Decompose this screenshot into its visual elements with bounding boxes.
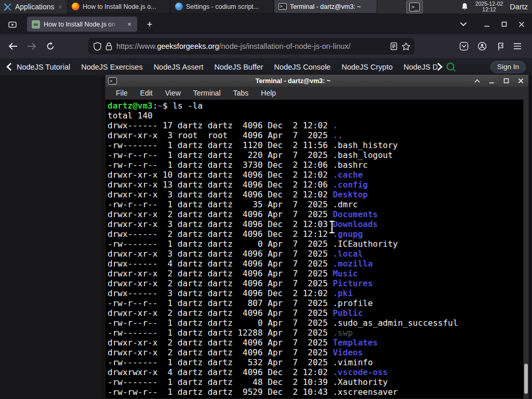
file-name: .. <box>332 130 342 140</box>
terminal-titlebar[interactable]: >_ Terminal - dartz@vm3: ~ <box>105 75 528 87</box>
listing-columns: drwxr-xr-x 2 dartz dartz 4096 Apr 7 2025 <box>108 269 332 278</box>
site-nav-item[interactable]: NodeJS DNS <box>404 63 437 71</box>
lock-icon[interactable] <box>105 42 112 50</box>
file-name: .sudo_as_admin_successful <box>332 318 458 328</box>
terminal-launcher-button[interactable]: >_ <box>406 1 423 14</box>
terminal-icon: >_ <box>278 3 287 10</box>
file-name: .profile <box>332 298 373 308</box>
bookmark-star-icon[interactable] <box>402 42 410 50</box>
applications-menu[interactable]: Applications ≡ <box>0 0 65 14</box>
clock-time: 12:12 <box>475 7 503 12</box>
pocket-icon[interactable] <box>459 42 469 51</box>
menu-hamburger-icon[interactable] <box>513 43 522 50</box>
site-nav-item[interactable]: NodeJS Tutorial <box>17 63 70 71</box>
close-icon[interactable] <box>517 77 524 85</box>
listing-row: drwxr-xr-x 2 dartz dartz 4096 Apr 7 2025… <box>108 269 528 278</box>
forward-icon[interactable] <box>24 38 39 54</box>
toolbar-right-icons <box>459 42 527 51</box>
desktop: Applications ≡ How to Install Node.js o.… <box>0 0 532 399</box>
listing-columns: -rw-rw-r-- 1 dartz dartz 9529 Dec 2 10:4… <box>108 387 332 397</box>
sign-in-button[interactable]: Sign In <box>490 61 526 73</box>
terminal-menu-edit[interactable]: Edit <box>135 88 158 98</box>
listing-row: drwxr-xr-x 2 dartz dartz 4096 Apr 7 2025… <box>108 209 528 219</box>
listing-columns: drwx------ 2 dartz dartz 4096 Dec 2 12:1… <box>108 229 332 239</box>
listing-row: -rw-r--r-- 1 dartz dartz 35 Apr 7 2025 .… <box>108 200 528 209</box>
prompt-user-host: dartz@vm3 <box>108 101 153 111</box>
listing-columns: drwxr-xr-x 3 dartz dartz 4096 Dec 2 12:0… <box>108 219 332 229</box>
clock[interactable]: 2025-12-02 12:12 <box>475 1 503 12</box>
panel-tray: 2025-12-02 12:12 Dartz <box>461 0 532 14</box>
tab-close-icon[interactable]: × <box>125 20 134 29</box>
site-nav-strip: NodeJS TutorialNodeJS ExercisesNodeJS As… <box>0 58 532 75</box>
terminal-menubar: FileEditViewTerminalTabsHelp <box>105 87 528 100</box>
listing-row: -rw------- 1 dartz dartz 0 Apr 7 2025 .I… <box>108 239 528 249</box>
extensions-icon[interactable] <box>496 42 504 51</box>
terminal-body[interactable]: dartz@vm3:~$ ls -la total 140 drwx------… <box>105 100 528 398</box>
listing-columns: -rw------- 1 dartz dartz 532 Apr 7 2025 <box>108 357 332 367</box>
listing-row: drwxr-xr-x 2 dartz dartz 4096 Apr 7 2025… <box>108 338 528 348</box>
shade-icon[interactable] <box>473 77 481 85</box>
reader-mode-icon[interactable] <box>390 42 397 50</box>
listing-row: -rw------- 1 dartz dartz 48 Dec 2 10:39 … <box>108 377 528 387</box>
listing-columns: drwxr-xr-x 3 root root 4096 Apr 7 2025 <box>108 130 332 140</box>
listing-columns: drwxr-xr-x 2 dartz dartz 4096 Apr 7 2025 <box>108 278 332 288</box>
listing-row: drwxrwxr-x 4 dartz dartz 4096 Dec 2 12:0… <box>108 367 528 377</box>
listing-row: drwxr-xr-x 13 dartz dartz 4096 Dec 2 12:… <box>108 180 528 190</box>
nav-scroll-right-icon[interactable] <box>437 63 443 71</box>
shield-icon[interactable] <box>94 42 101 51</box>
window-button[interactable]: How to Install Node.js o... <box>67 0 170 14</box>
url-bar[interactable]: https://www.geeksforgeeks.org/node-js/in… <box>88 38 415 55</box>
reload-icon[interactable] <box>43 38 58 54</box>
listing-row: drwx------ 3 dartz dartz 4096 Dec 2 12:0… <box>108 288 528 298</box>
listing-columns: drwxr-xr-x 10 dartz dartz 4096 Dec 2 12:… <box>108 170 332 180</box>
panel-handle-icon: ≡ <box>59 4 62 10</box>
maximize-icon[interactable] <box>501 21 507 27</box>
listing-columns: -rw------- 1 dartz dartz 1120 Dec 2 11:5… <box>108 140 332 150</box>
terminal-menu-view[interactable]: View <box>160 88 186 98</box>
listing-row: -rw------- 1 dartz dartz 532 Apr 7 2025 … <box>108 357 528 367</box>
total-line: total 140 <box>108 111 528 121</box>
account-icon[interactable] <box>477 42 487 51</box>
terminal-menu-help[interactable]: Help <box>256 88 281 98</box>
terminal-window-controls <box>469 77 524 85</box>
file-name: .swp <box>332 328 353 338</box>
close-icon[interactable] <box>518 21 525 28</box>
scrollbar-thumb[interactable] <box>524 364 528 394</box>
file-name: .mozilla <box>332 259 373 269</box>
site-nav-item[interactable]: NodeJS Buffer <box>215 63 263 71</box>
tab-title: How to Install Node.js on <box>44 21 121 28</box>
listing-row: drwx------ 17 dartz dartz 4096 Dec 2 12:… <box>108 121 528 130</box>
list-tabs-chevron-icon[interactable] <box>457 18 470 31</box>
url-text[interactable]: https://www.geeksforgeeks.org/node-js/in… <box>116 42 386 50</box>
window-button[interactable]: Settings - codium script... <box>170 0 274 14</box>
terminal-title: Terminal - dartz@vm3: ~ <box>117 77 469 85</box>
terminal-menu-terminal[interactable]: Terminal <box>188 88 226 98</box>
maximize-icon[interactable] <box>502 77 510 85</box>
new-tab-button[interactable]: + <box>142 17 157 32</box>
site-nav-item[interactable]: NodeJS Exercises <box>81 63 142 71</box>
applications-label: Applications <box>15 3 55 11</box>
minimize-icon[interactable] <box>488 77 495 85</box>
site-nav-item[interactable]: NodeJS Crypto <box>341 63 392 71</box>
file-name: Music <box>332 269 357 278</box>
listing-row: -rw-r--r-- 1 dartz dartz 0 Apr 7 2025 .s… <box>108 318 528 328</box>
listing-columns: -rw-r--r-- 1 dartz dartz 3730 Dec 2 12:0… <box>108 160 332 170</box>
site-search-icon[interactable] <box>446 62 456 72</box>
site-nav-item[interactable]: NodeJS Console <box>274 63 331 71</box>
terminal-menu-file[interactable]: File <box>111 88 133 98</box>
listing-row: drwxr-xr-x 3 dartz dartz 4096 Dec 2 12:0… <box>108 190 528 200</box>
nav-scroll-left-icon[interactable] <box>6 63 11 71</box>
minimize-icon[interactable] <box>484 21 490 28</box>
file-name: .bash_history <box>332 140 397 150</box>
site-nav-item[interactable]: NodeJS Assert <box>154 63 204 71</box>
listing-row: -rw-r--r-- 1 dartz dartz 3730 Dec 2 12:0… <box>108 160 528 170</box>
window-button[interactable]: >_Terminal - dartz@vm3: ~ <box>274 0 377 14</box>
listing-row: drwxr-xr-x 3 dartz dartz 4096 Dec 2 12:0… <box>108 219 528 229</box>
back-icon[interactable] <box>5 38 21 54</box>
notification-bell-icon[interactable] <box>461 3 469 11</box>
terminal-menu-tabs[interactable]: Tabs <box>228 88 254 98</box>
firefox-view-icon[interactable] <box>5 17 20 32</box>
browser-tab[interactable]: ∞ How to Install Node.js on × <box>27 17 137 32</box>
terminal-scrollbar[interactable] <box>523 100 528 398</box>
user-menu[interactable]: Dartz <box>510 3 528 11</box>
